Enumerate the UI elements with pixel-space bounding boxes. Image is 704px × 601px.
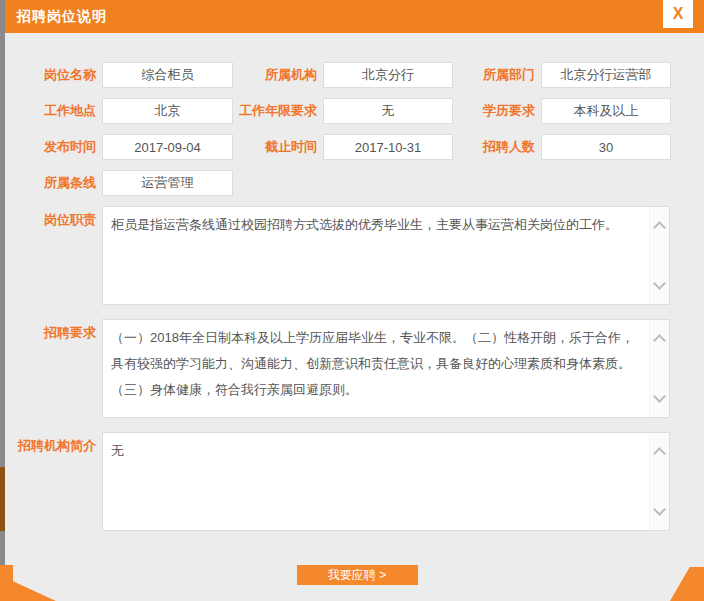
requirements-textarea-box: （一）2018年全日制本科及以上学历应届毕业生，专业不限。（二）性格开朗，乐于合… [102, 319, 670, 418]
headcount-input[interactable] [541, 134, 671, 160]
experience-input[interactable] [323, 98, 453, 124]
form-row-1: 岗位名称 所属机构 所属部门 [10, 62, 704, 88]
form-row-2: 工作地点 工作年限要求 学历要求 [10, 98, 704, 124]
form-row-3: 发布时间 截止时间 招聘人数 [10, 134, 704, 160]
scroll-up-icon[interactable] [653, 447, 666, 460]
agency-intro-textarea-box: 无 [102, 432, 670, 531]
organization-label: 所属机构 [233, 66, 323, 84]
requirements-label: 招聘要求 [10, 319, 102, 342]
education-label: 学历要求 [453, 102, 541, 120]
duties-scrollbar[interactable] [649, 207, 669, 304]
publish-date-label: 发布时间 [10, 138, 102, 156]
requirements-section: 招聘要求 （一）2018年全日制本科及以上学历应届毕业生，专业不限。（二）性格开… [10, 319, 704, 418]
modal-body: 岗位名称 所属机构 所属部门 工作地点 工作年限要求 学历要求 发布时间 截止时… [5, 33, 704, 585]
agency-intro-label: 招聘机构简介 [10, 432, 102, 455]
experience-label: 工作年限要求 [233, 102, 323, 120]
agency-intro-section: 招聘机构简介 无 [10, 432, 704, 531]
scroll-down-icon[interactable] [653, 503, 666, 516]
deadline-label: 截止时间 [233, 138, 323, 156]
agency-intro-scrollbar[interactable] [649, 433, 669, 530]
modal-title: 招聘岗位说明 [5, 0, 704, 33]
position-name-input[interactable] [102, 62, 233, 88]
requirements-textarea[interactable]: （一）2018年全日制本科及以上学历应届毕业生，专业不限。（二）性格开朗，乐于合… [103, 320, 649, 417]
requirements-scrollbar[interactable] [649, 320, 669, 417]
scroll-up-icon[interactable] [653, 221, 666, 234]
scroll-down-icon[interactable] [653, 277, 666, 290]
scroll-up-icon[interactable] [653, 334, 666, 347]
headcount-label: 招聘人数 [453, 138, 541, 156]
scroll-down-icon[interactable] [653, 390, 666, 403]
deadline-input[interactable] [323, 134, 453, 160]
organization-input[interactable] [323, 62, 453, 88]
department-label: 所属部门 [453, 66, 541, 84]
business-line-input[interactable] [102, 170, 233, 196]
duties-textarea-box: 柜员是指运营条线通过校园招聘方式选拔的优秀毕业生，主要从事运营相关岗位的工作。 [102, 206, 670, 305]
business-line-label: 所属条线 [10, 174, 102, 192]
duties-textarea[interactable]: 柜员是指运营条线通过校园招聘方式选拔的优秀毕业生，主要从事运营相关岗位的工作。 [103, 207, 649, 304]
close-button[interactable]: X [663, 0, 693, 28]
department-input[interactable] [541, 62, 671, 88]
work-location-label: 工作地点 [10, 102, 102, 120]
apply-button[interactable]: 我要应聘 > [297, 565, 418, 585]
form-row-4: 所属条线 [10, 170, 704, 196]
duties-section: 岗位职责 柜员是指运营条线通过校园招聘方式选拔的优秀毕业生，主要从事运营相关岗位… [10, 206, 704, 305]
position-name-label: 岗位名称 [10, 66, 102, 84]
agency-intro-textarea[interactable]: 无 [103, 433, 649, 530]
work-location-input[interactable] [102, 98, 233, 124]
education-input[interactable] [541, 98, 671, 124]
job-detail-modal: 招聘岗位说明 X 岗位名称 所属机构 所属部门 工作地点 工作年限要求 学历要求… [0, 0, 704, 601]
publish-date-input[interactable] [102, 134, 233, 160]
duties-label: 岗位职责 [10, 206, 102, 229]
close-icon: X [673, 5, 684, 22]
modal-header: 招聘岗位说明 [5, 0, 704, 33]
